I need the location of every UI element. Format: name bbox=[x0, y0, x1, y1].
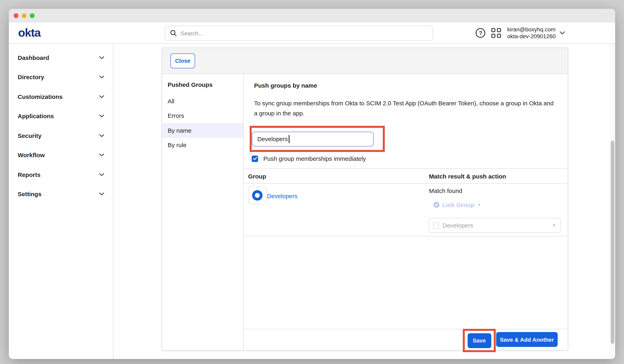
global-search[interactable] bbox=[165, 26, 433, 41]
sidebar-item-security[interactable]: Security bbox=[9, 126, 113, 145]
close-window-button[interactable] bbox=[14, 13, 19, 18]
minimize-window-button[interactable] bbox=[22, 13, 26, 18]
chevron-down-icon bbox=[99, 76, 104, 78]
okta-logo: okta bbox=[18, 26, 40, 39]
push-immediately-checkbox[interactable] bbox=[252, 155, 258, 162]
search-icon bbox=[170, 30, 177, 37]
highlight-annotation-input bbox=[250, 126, 385, 152]
account-org: okta-dev-20901260 bbox=[507, 33, 556, 40]
chevron-down-icon bbox=[99, 193, 104, 196]
close-button[interactable]: Close bbox=[170, 53, 195, 68]
dialog-footer: Save Save & Add Another bbox=[244, 329, 568, 350]
help-icon[interactable]: ? bbox=[476, 28, 486, 38]
push-by-name-panel: Push groups by name To sync group member… bbox=[244, 74, 568, 350]
dropdown-caret-icon: ▼ bbox=[477, 203, 481, 207]
sidebar-item-reports[interactable]: Reports bbox=[9, 165, 113, 184]
save-add-another-button[interactable]: Save & Add Another bbox=[496, 332, 558, 347]
chevron-down-icon bbox=[99, 154, 104, 156]
search-input[interactable] bbox=[181, 30, 428, 36]
chevron-down-icon bbox=[99, 56, 104, 59]
account-email: kiran@boxyhq.com bbox=[507, 26, 556, 33]
scrollbar-track[interactable] bbox=[610, 44, 615, 359]
nav-item-errors[interactable]: Errors bbox=[162, 108, 243, 123]
sidebar-item-workflow[interactable]: Workflow bbox=[9, 145, 113, 165]
apps-grid-icon[interactable] bbox=[492, 28, 501, 38]
text-cursor bbox=[289, 135, 289, 143]
push-immediately-row: Push group memberships immediately bbox=[252, 155, 366, 162]
push-groups-dialog: Close Pushed Groups All Errors By name B… bbox=[162, 48, 568, 351]
check-icon bbox=[253, 157, 257, 160]
app-header: okta ? kiran@boxyhq.com bbox=[9, 23, 615, 44]
app-group-placeholder-icon bbox=[433, 222, 439, 229]
row-divider bbox=[244, 236, 568, 236]
maximize-window-button[interactable] bbox=[30, 13, 35, 18]
column-group: Group bbox=[248, 173, 266, 180]
push-immediately-label: Push group memberships immediately bbox=[263, 155, 366, 162]
app-group-selected-value: Developers bbox=[443, 222, 552, 229]
chevron-down-icon bbox=[99, 115, 104, 118]
chevron-down-icon bbox=[99, 134, 104, 137]
chevron-down-icon bbox=[99, 173, 104, 176]
group-avatar bbox=[248, 186, 267, 204]
scrollbar-thumb[interactable] bbox=[611, 141, 614, 344]
panel-description: To sync group memberships from Okta to S… bbox=[254, 98, 556, 118]
group-search-input[interactable] bbox=[252, 131, 374, 147]
app-group-select[interactable]: Developers ▼ bbox=[429, 218, 561, 233]
chevron-down-icon bbox=[560, 31, 565, 35]
account-menu[interactable]: kiran@boxyhq.com okta-dev-20901260 bbox=[507, 26, 565, 40]
sidebar-item-dashboard[interactable]: Dashboard bbox=[9, 48, 113, 67]
panel-title: Push groups by name bbox=[254, 82, 317, 89]
highlight-annotation-save: Save bbox=[463, 329, 496, 352]
chevron-down-icon bbox=[99, 95, 104, 98]
browser-window: okta ? kiran@boxyhq.com bbox=[9, 9, 615, 359]
nav-item-by-name[interactable]: By name bbox=[162, 123, 243, 138]
sidebar-item-customizations[interactable]: Customizations bbox=[9, 87, 113, 106]
sidebar-item-directory[interactable]: Directory bbox=[9, 67, 113, 87]
sidebar-item-applications[interactable]: Applications bbox=[9, 106, 113, 126]
sidebar-item-settings[interactable]: Settings bbox=[9, 184, 113, 204]
group-circle-icon bbox=[252, 190, 262, 201]
pushed-groups-title: Pushed Groups bbox=[162, 81, 243, 94]
sidebar: Dashboard Directory Customizations Appli… bbox=[9, 44, 113, 359]
table-header: Group Match result & push action bbox=[244, 168, 568, 184]
match-result-text: Match found bbox=[429, 187, 462, 194]
select-caret-icon: ▼ bbox=[552, 223, 556, 228]
save-button[interactable]: Save bbox=[468, 333, 491, 348]
nav-item-by-rule[interactable]: By rule bbox=[162, 138, 243, 152]
link-group-button[interactable]: Link Group ▼ bbox=[433, 201, 481, 208]
group-name-link[interactable]: Developers bbox=[267, 193, 298, 199]
main-content-area: Dashboard Directory Customizations Appli… bbox=[9, 44, 615, 359]
window-titlebar bbox=[9, 9, 615, 23]
desktop: okta ? kiran@boxyhq.com bbox=[0, 0, 624, 364]
dialog-header: Close bbox=[162, 48, 568, 74]
link-icon bbox=[433, 202, 440, 208]
column-match-result: Match result & push action bbox=[429, 173, 506, 180]
pushed-groups-nav: Pushed Groups All Errors By name By rule bbox=[162, 74, 244, 350]
nav-item-all[interactable]: All bbox=[162, 94, 243, 108]
